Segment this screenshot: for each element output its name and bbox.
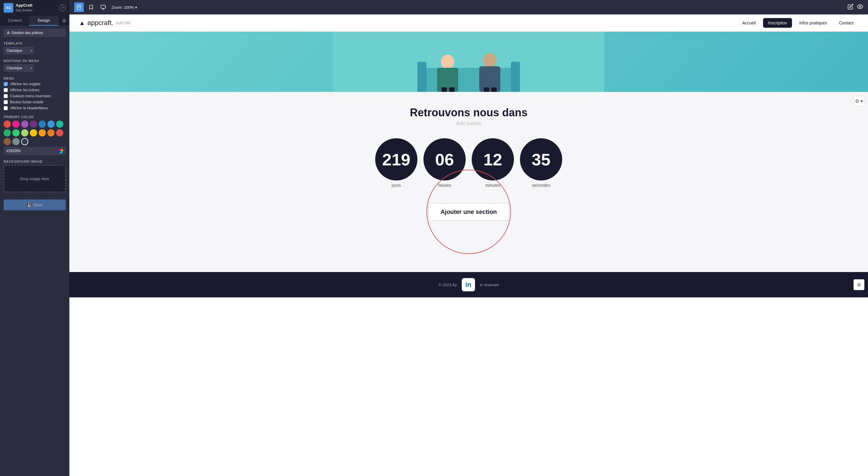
background-image-dropzone[interactable]: Drop image here <box>4 165 66 192</box>
svg-rect-17 <box>484 88 489 92</box>
background-image-label: BACKGROUND IMAGE <box>4 160 66 163</box>
footer-linkedin-icon[interactable]: in <box>462 278 475 291</box>
checkbox-afficher-icones[interactable]: Afficher les icônes <box>4 88 66 92</box>
checkbox-couleurs-inversees-input[interactable] <box>4 94 8 98</box>
color-swatch-brown[interactable] <box>4 138 11 145</box>
footer-settings-button[interactable]: ⚙ <box>854 279 864 290</box>
svg-point-13 <box>483 53 496 67</box>
checkbox-bouton-footer-input[interactable] <box>4 100 8 104</box>
monitor-icon[interactable] <box>98 2 108 12</box>
site-nav: ▲ appcraft. Add title Accueil Inscriptio… <box>69 14 868 32</box>
nav-link-contact[interactable]: Contact <box>834 18 858 28</box>
tab-design[interactable]: Design <box>29 16 59 26</box>
countdown-label-seconds: secondes <box>532 183 550 188</box>
color-swatch-yellow[interactable] <box>30 129 37 136</box>
countdown-subtitle[interactable]: Add subtitle <box>456 121 482 126</box>
menu-label: MENU <box>4 76 66 80</box>
countdown-section: ⚙ ▾ Retrouvons nous dans Add subtitle 21… <box>69 92 868 272</box>
app-name: AppCraft Site Builder <box>16 3 33 12</box>
countdown-label-days: jours <box>392 183 401 188</box>
color-swatch-gray[interactable] <box>12 138 20 145</box>
color-swatch-red[interactable] <box>4 121 11 128</box>
template-select-wrapper: Classique ▾ <box>4 47 34 54</box>
edit-icon[interactable] <box>847 4 854 11</box>
color-picker-icon[interactable] <box>59 148 63 154</box>
canvas: ▲ appcraft. Add title Accueil Inscriptio… <box>69 14 868 476</box>
svg-point-11 <box>441 55 454 69</box>
save-button[interactable]: 💾 Save <box>4 199 66 210</box>
top-bar-right <box>847 4 863 11</box>
footer-rights: ts réservés <box>480 282 499 287</box>
template-label: TEMPLATE <box>4 42 66 45</box>
color-swatch-green[interactable] <box>4 129 11 136</box>
nav-link-inscription[interactable]: Inscription <box>763 18 792 28</box>
color-swatch-orange[interactable] <box>48 129 55 136</box>
main-area: Zoom: 100% ▾ ▲ appcraft. Add title <box>69 0 868 476</box>
color-swatch-dark-purple[interactable] <box>30 121 37 128</box>
site-title-placeholder[interactable]: Add title <box>116 21 131 25</box>
font-icon: A <box>7 31 10 35</box>
countdown-settings-button[interactable]: ⚙ ▾ <box>854 96 864 106</box>
checkbox-afficher-header-input[interactable] <box>4 106 8 110</box>
footer-copyright: © 2023 Ap <box>438 282 457 287</box>
svg-rect-9 <box>417 62 427 92</box>
color-hex-input[interactable] <box>6 149 57 153</box>
menu-section: MENU Afficher les onglets Afficher les i… <box>0 73 69 112</box>
menu-checkbox-list: Afficher les onglets Afficher les icônes… <box>4 82 66 110</box>
nav-link-infos[interactable]: Infos pratiques <box>795 18 832 28</box>
color-swatch-dark-blue[interactable] <box>39 121 46 128</box>
color-swatch-blue[interactable] <box>48 121 55 128</box>
checkbox-afficher-icones-input[interactable] <box>4 88 8 92</box>
tab-content[interactable]: Content <box>0 16 29 26</box>
menu-buttons-label: BOUTONS DU MENU <box>4 59 66 63</box>
checkbox-afficher-header[interactable]: Afficher le HeaderMenu <box>4 106 66 110</box>
website-preview: ▲ appcraft. Add title Accueil Inscriptio… <box>69 14 868 476</box>
svg-rect-15 <box>441 88 447 92</box>
color-swatches-grid <box>4 121 66 145</box>
logo-icon: AC <box>4 3 13 13</box>
page-icon[interactable] <box>74 2 84 12</box>
color-swatch-dark[interactable] <box>21 138 28 145</box>
svg-rect-16 <box>449 88 455 92</box>
add-section-button[interactable]: Ajouter une section <box>428 203 510 221</box>
add-section-circle: Ajouter une section <box>427 170 511 254</box>
color-swatch-orange-yellow[interactable] <box>39 129 46 136</box>
color-swatch-coral[interactable] <box>56 129 63 136</box>
site-logo-text: appcraft. <box>88 19 114 27</box>
template-section: TEMPLATE Classique ▾ <box>0 39 69 56</box>
countdown-circle-seconds: 35 <box>520 138 562 180</box>
bookmark-icon[interactable] <box>86 2 96 12</box>
font-management-button[interactable]: A Gestion des polices <box>4 29 66 37</box>
color-input-row <box>4 147 66 155</box>
checkbox-bouton-footer[interactable]: Bouton footer mobile <box>4 100 66 104</box>
checkbox-afficher-onglets[interactable]: Afficher les onglets <box>4 82 66 86</box>
color-swatch-lime[interactable] <box>21 129 28 136</box>
checkbox-couleurs-inversees[interactable]: Couleurs menu inversées <box>4 94 66 98</box>
svg-rect-10 <box>511 62 520 92</box>
eye-icon[interactable] <box>857 4 863 11</box>
svg-rect-3 <box>101 5 105 8</box>
color-swatch-pink[interactable] <box>12 121 20 128</box>
template-select[interactable]: Classique <box>4 47 34 54</box>
color-swatch-purple[interactable] <box>21 121 28 128</box>
countdown-item-seconds: 35 secondes <box>520 138 562 188</box>
site-footer: © 2023 Ap in ts réservés ⚙ <box>69 272 868 297</box>
menu-buttons-select[interactable]: Classique <box>4 65 34 72</box>
sidebar: AC AppCraft Site Builder ? Content Desig… <box>0 0 69 476</box>
countdown-title: Retrouvons nous dans <box>410 106 527 119</box>
svg-rect-14 <box>479 66 500 92</box>
checkbox-afficher-onglets-input[interactable] <box>4 82 8 86</box>
sidebar-header: AC AppCraft Site Builder ? <box>0 0 69 16</box>
color-swatch-light-green[interactable] <box>12 129 20 136</box>
background-image-section: BACKGROUND IMAGE Drop image here <box>0 157 69 197</box>
nav-link-accueil[interactable]: Accueil <box>737 18 761 28</box>
color-swatch-teal[interactable] <box>56 121 63 128</box>
save-icon: 💾 <box>27 202 32 207</box>
help-icon[interactable]: ? <box>59 4 66 11</box>
zoom-selector[interactable]: Zoom: 100% ▾ <box>112 5 137 10</box>
font-section: A Gestion des polices <box>0 26 69 39</box>
hero-section <box>69 32 868 92</box>
site-logo: ▲ appcraft. Add title <box>79 19 131 27</box>
tab-gear[interactable]: ⚙ <box>59 16 69 26</box>
countdown-item-days: 219 jours <box>375 138 417 188</box>
